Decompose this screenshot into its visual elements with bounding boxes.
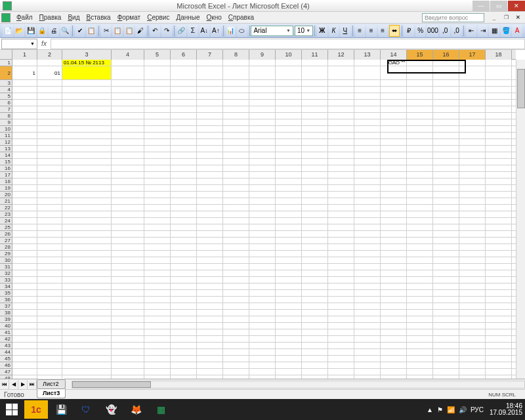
cell-r30c14[interactable] bbox=[381, 257, 407, 263]
cell-r24c12[interactable] bbox=[328, 218, 354, 224]
row-header-39[interactable]: 39 bbox=[0, 316, 12, 323]
menu-Формат[interactable]: Формат bbox=[114, 14, 144, 21]
tab-nav-last[interactable]: ⏭ bbox=[28, 380, 37, 389]
cell-r37c11[interactable] bbox=[302, 303, 328, 309]
cell-r45c17[interactable] bbox=[459, 356, 486, 362]
cell-r30c10[interactable] bbox=[276, 257, 302, 263]
cell-r23c9[interactable] bbox=[249, 211, 276, 217]
cell-r6c4[interactable] bbox=[112, 100, 144, 106]
cell-r29c1[interactable] bbox=[12, 251, 37, 257]
row-header-25[interactable]: 25 bbox=[0, 224, 12, 231]
cell-r31c3[interactable] bbox=[62, 264, 112, 270]
cell-r38c5[interactable] bbox=[144, 310, 171, 316]
cell-r46c1[interactable] bbox=[12, 362, 37, 368]
cell-r47c15[interactable] bbox=[407, 369, 433, 375]
cell-r26c1[interactable] bbox=[12, 231, 37, 237]
cell-r17c12[interactable] bbox=[328, 172, 354, 178]
cell-r10c1[interactable] bbox=[12, 126, 37, 132]
cell-r25c7[interactable] bbox=[197, 224, 223, 230]
cell-r48c9[interactable] bbox=[249, 375, 276, 379]
cell-r25c18[interactable] bbox=[486, 224, 512, 230]
doc-close-button[interactable]: ✕ bbox=[513, 13, 523, 22]
cell-r35c15[interactable] bbox=[407, 290, 433, 296]
cell-r27c16[interactable] bbox=[433, 238, 459, 243]
cell-r20c15[interactable] bbox=[407, 192, 433, 198]
cell-r18c10[interactable] bbox=[276, 178, 302, 184]
cell-r14c3[interactable] bbox=[62, 152, 112, 158]
cell-r3c3[interactable] bbox=[62, 80, 112, 86]
cell-r19c7[interactable] bbox=[197, 185, 223, 191]
cell-r21c17[interactable] bbox=[459, 198, 486, 204]
cell-r6c8[interactable] bbox=[223, 100, 249, 106]
cell-r6c6[interactable] bbox=[171, 100, 197, 106]
row-header-26[interactable]: 26 bbox=[0, 231, 12, 238]
cell-r10c5[interactable] bbox=[144, 126, 171, 132]
cell-r14c6[interactable] bbox=[171, 152, 197, 158]
cell-r37c2[interactable] bbox=[37, 303, 62, 309]
doc-minimize-button[interactable]: _ bbox=[489, 13, 499, 22]
cell-r30c17[interactable] bbox=[459, 257, 486, 263]
col-header-18[interactable]: 18 bbox=[486, 50, 512, 60]
cell-r12c13[interactable] bbox=[354, 139, 381, 145]
cell-r41c13[interactable] bbox=[354, 329, 381, 335]
cell-r27c1[interactable] bbox=[12, 238, 37, 243]
cell-r44c17[interactable] bbox=[459, 349, 486, 355]
cell-r45c1[interactable] bbox=[12, 356, 37, 362]
row-header-14[interactable]: 14 bbox=[0, 152, 12, 159]
row-header-42[interactable]: 42 bbox=[0, 336, 12, 343]
cell-r4c16[interactable] bbox=[433, 87, 459, 93]
cell-r34c5[interactable] bbox=[144, 284, 171, 289]
cell-r16c15[interactable] bbox=[407, 165, 433, 171]
cell-r11c12[interactable] bbox=[328, 133, 354, 138]
cell-r31c5[interactable] bbox=[144, 264, 171, 270]
cell-r34c4[interactable] bbox=[112, 284, 144, 289]
cell-r18c9[interactable] bbox=[249, 178, 276, 184]
cell-r8c12[interactable] bbox=[328, 113, 354, 119]
cell-r12c9[interactable] bbox=[249, 139, 276, 145]
cell-r16c14[interactable] bbox=[381, 165, 407, 171]
cell-r18c12[interactable] bbox=[328, 178, 354, 184]
cell-r16c7[interactable] bbox=[197, 165, 223, 171]
cell-r36c10[interactable] bbox=[276, 297, 302, 303]
cell-r28c18[interactable] bbox=[486, 244, 512, 250]
cell-r24c13[interactable] bbox=[354, 218, 381, 224]
cell-r1c4[interactable] bbox=[112, 60, 144, 66]
cell-r43c11[interactable] bbox=[302, 343, 328, 348]
cell-r31c18[interactable] bbox=[486, 264, 512, 270]
cell-r46c5[interactable] bbox=[144, 362, 171, 368]
cell-r16c8[interactable] bbox=[223, 165, 249, 171]
cell-r6c12[interactable] bbox=[328, 100, 354, 106]
cell-r37c17[interactable] bbox=[459, 303, 486, 309]
cell-r39c10[interactable] bbox=[276, 316, 302, 322]
cell-r46c12[interactable] bbox=[328, 362, 354, 368]
cell-r36c12[interactable] bbox=[328, 297, 354, 303]
cell-r15c10[interactable] bbox=[276, 159, 302, 165]
cell-r30c4[interactable] bbox=[112, 257, 144, 263]
cell-r23c17[interactable] bbox=[459, 211, 486, 217]
cell-r27c8[interactable] bbox=[223, 238, 249, 243]
cell-r15c17[interactable] bbox=[459, 159, 486, 165]
cell-r48c17[interactable] bbox=[459, 375, 486, 379]
horizontal-scrollbar[interactable] bbox=[72, 380, 525, 389]
cell-r38c6[interactable] bbox=[171, 310, 197, 316]
cell-r15c6[interactable] bbox=[171, 159, 197, 165]
cell-r47c9[interactable] bbox=[249, 369, 276, 375]
cell-r36c8[interactable] bbox=[223, 297, 249, 303]
cell-r48c5[interactable] bbox=[144, 375, 171, 379]
cell-r28c17[interactable] bbox=[459, 244, 486, 250]
cell-r31c6[interactable] bbox=[171, 264, 197, 270]
cell-r7c1[interactable] bbox=[12, 106, 37, 112]
cell-r38c7[interactable] bbox=[197, 310, 223, 316]
cell-r6c3[interactable] bbox=[62, 100, 112, 106]
cell-r39c11[interactable] bbox=[302, 316, 328, 322]
cell-r2c17[interactable] bbox=[459, 66, 486, 79]
cell-r4c8[interactable] bbox=[223, 87, 249, 93]
cell-r22c10[interactable] bbox=[276, 205, 302, 211]
cell-r4c10[interactable] bbox=[276, 87, 302, 93]
chart-button[interactable]: 📊 bbox=[226, 25, 236, 37]
system-tray[interactable]: ▲ ⚑ 📶 🔊 РУС 18:4617.09.2015 bbox=[425, 403, 525, 416]
cell-r15c8[interactable] bbox=[223, 159, 249, 165]
cell-r6c5[interactable] bbox=[144, 100, 171, 106]
cell-r19c13[interactable] bbox=[354, 185, 381, 191]
cell-r17c17[interactable] bbox=[459, 172, 486, 178]
